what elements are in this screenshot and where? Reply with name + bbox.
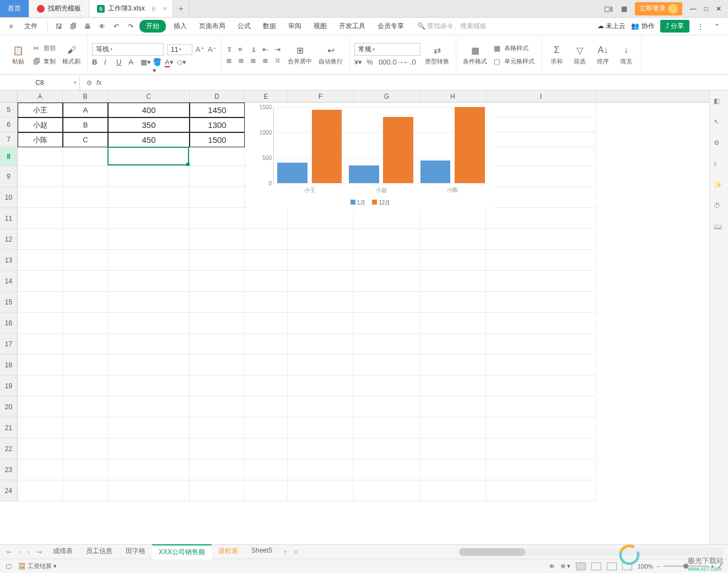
cell-H20[interactable] — [420, 397, 486, 417]
cell-G11[interactable] — [354, 208, 420, 229]
menu-view[interactable]: 视图 — [309, 19, 331, 33]
cell-D24[interactable] — [190, 480, 245, 501]
side-expand-icon[interactable]: ◧ — [714, 97, 725, 108]
cell-D19[interactable] — [190, 376, 245, 397]
col-head-B[interactable]: B — [63, 90, 108, 102]
cell-B23[interactable] — [63, 459, 108, 480]
cell-E13[interactable] — [245, 250, 288, 271]
align-justify-icon[interactable]: ≣ — [262, 56, 271, 65]
cell-B10[interactable] — [63, 187, 108, 208]
cell-C15[interactable] — [108, 292, 190, 313]
cell-I13[interactable] — [486, 250, 596, 271]
zoom-out[interactable]: − — [656, 563, 660, 570]
cell-A22[interactable] — [18, 438, 63, 459]
cell-D8[interactable] — [190, 147, 245, 166]
cell-E11[interactable] — [245, 208, 288, 229]
cell-C16[interactable] — [108, 313, 190, 334]
spreadsheet-grid[interactable]: ABCDEFGHI 567891011121314151617181920212… — [0, 90, 709, 544]
percent-icon[interactable]: % — [366, 58, 375, 67]
col-head-H[interactable]: H — [420, 90, 486, 102]
row-head-9[interactable]: 9 — [0, 166, 17, 187]
align-middle-icon[interactable]: ≡ — [238, 45, 247, 54]
cell-I16[interactable] — [486, 313, 596, 334]
align-left-icon[interactable]: ≣ — [226, 56, 235, 65]
cell-G20[interactable] — [354, 397, 420, 417]
cell-F15[interactable] — [288, 292, 354, 313]
orientation-icon[interactable]: ⤭ — [274, 56, 283, 65]
cell-B18[interactable] — [63, 355, 108, 376]
cell-B8[interactable] — [63, 147, 108, 166]
tab-document[interactable]: S 工作簿3.xlsx ⎘ × — [89, 0, 173, 17]
tab-add[interactable]: + — [173, 0, 190, 17]
col-head-E[interactable]: E — [245, 90, 288, 102]
cell-G12[interactable] — [354, 229, 420, 250]
cell-F21[interactable] — [288, 417, 354, 438]
cell-B20[interactable] — [63, 397, 108, 417]
cell-I22[interactable] — [486, 438, 596, 459]
collapse-icon[interactable]: ⌃ — [711, 21, 722, 32]
cell-C21[interactable] — [108, 417, 190, 438]
col-head-A[interactable]: A — [18, 90, 63, 102]
cell-F18[interactable] — [288, 355, 354, 376]
cell-A16[interactable] — [18, 313, 63, 334]
cell-H17[interactable] — [420, 334, 486, 355]
cell-A15[interactable] — [18, 292, 63, 313]
dec-dec-icon[interactable]: ←.0 — [403, 58, 412, 67]
cell-E21[interactable] — [245, 417, 288, 438]
cell-B15[interactable] — [63, 292, 108, 313]
tab-home[interactable]: 首页 — [0, 0, 29, 17]
cell-E19[interactable] — [245, 376, 288, 397]
cell-D6[interactable]: 1300 — [190, 117, 245, 132]
col-head-F[interactable]: F — [288, 90, 354, 102]
sheet-tab-1[interactable]: 员工信息 — [79, 544, 119, 559]
name-box[interactable]: C8▾ — [0, 75, 80, 90]
cell-D14[interactable] — [190, 271, 245, 292]
cell-A12[interactable] — [18, 229, 63, 250]
underline-icon[interactable]: U — [116, 58, 125, 67]
cell-A17[interactable] — [18, 334, 63, 355]
bold-icon[interactable]: B — [92, 58, 101, 67]
fontcolor-icon[interactable]: A▾ — [165, 58, 174, 67]
cell-E22[interactable] — [245, 438, 288, 459]
cell-E14[interactable] — [245, 271, 288, 292]
cell-D20[interactable] — [190, 397, 245, 417]
cell-F17[interactable] — [288, 334, 354, 355]
cell-C14[interactable] — [108, 271, 190, 292]
cell-C11[interactable] — [108, 208, 190, 229]
view-normal[interactable] — [576, 563, 586, 570]
strike-icon[interactable]: A̶ — [128, 58, 137, 67]
cell-C17[interactable] — [108, 334, 190, 355]
cell-E17[interactable] — [245, 334, 288, 355]
cell-D22[interactable] — [190, 438, 245, 459]
cell-H15[interactable] — [420, 292, 486, 313]
row-head-17[interactable]: 17 — [0, 334, 17, 355]
cell-H11[interactable] — [420, 208, 486, 229]
cell-I6[interactable] — [486, 117, 596, 132]
autowrap-button[interactable]: ↩自动换行 — [316, 42, 345, 68]
cell-B11[interactable] — [63, 208, 108, 229]
cell-A14[interactable] — [18, 271, 63, 292]
cell-A8[interactable] — [18, 147, 63, 166]
row-head-19[interactable]: 19 — [0, 376, 17, 397]
cell-H22[interactable] — [420, 438, 486, 459]
cell-I11[interactable] — [486, 208, 596, 229]
cell-A7[interactable]: 小陈 — [18, 132, 63, 147]
sheet-add[interactable]: + — [281, 548, 289, 556]
font-name-dropdown[interactable]: 等线▾ — [92, 43, 164, 56]
font-shrink-icon[interactable]: A⁻ — [208, 45, 217, 54]
cell-G17[interactable] — [354, 334, 420, 355]
fx-icon[interactable]: fx — [96, 79, 101, 87]
cell-I20[interactable] — [486, 397, 596, 417]
cell-H23[interactable] — [420, 459, 486, 480]
align-bottom-icon[interactable]: ⫫ — [250, 45, 259, 54]
cell-B19[interactable] — [63, 376, 108, 397]
cell-I7[interactable] — [486, 132, 596, 147]
cell-I12[interactable] — [486, 229, 596, 250]
zoom-fx-icon[interactable]: ⊖ — [87, 79, 92, 87]
cell-G24[interactable] — [354, 480, 420, 501]
cell-F11[interactable] — [288, 208, 354, 229]
window-close-icon[interactable]: ✕ — [716, 5, 721, 13]
cell-G21[interactable] — [354, 417, 420, 438]
align-top-icon[interactable]: ⫪ — [226, 45, 235, 54]
cell-E20[interactable] — [245, 397, 288, 417]
